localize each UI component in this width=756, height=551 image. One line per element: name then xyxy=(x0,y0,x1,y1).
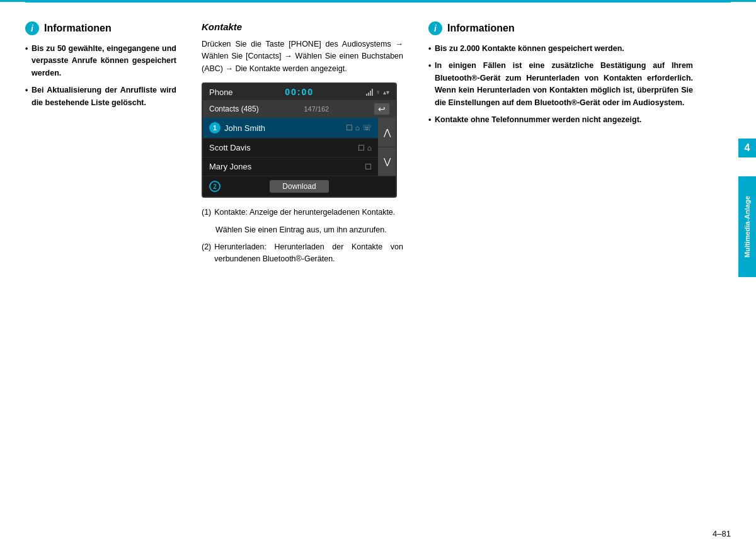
page-number: 4–81 xyxy=(713,529,731,538)
right-info-title: Informationen xyxy=(447,23,515,34)
right-bullet-2: In einigen Fällen ist eine zusätzliche B… xyxy=(428,60,693,109)
download-button[interactable]: Download xyxy=(270,180,328,193)
download-number-badge: 2 xyxy=(209,181,220,192)
contact-icons-mary: ☐ xyxy=(365,162,372,171)
contact-icons-scott: ☐ ⌂ xyxy=(358,144,372,152)
left-info-title: Informationen xyxy=(44,23,112,34)
contact-row-scott-davis[interactable]: Scott Davis ☐ ⌂ xyxy=(203,139,378,157)
numbered-list: (1) Kontakte: Anzeige der heruntergelade… xyxy=(202,207,403,266)
sub-item-1: Wählen Sie einen Eintrag aus, um ihn anz… xyxy=(215,224,403,236)
bluetooth-icon: ♀ xyxy=(375,88,381,96)
contact-icons-john: ☐ ⌂ ☏ xyxy=(346,123,372,132)
num-text-2: Herunterladen: Herunterladen der Kontakt… xyxy=(214,241,403,266)
contact-name-john: John Smith xyxy=(224,123,265,133)
numbered-item-1: (1) Kontakte: Anzeige der heruntergelade… xyxy=(202,207,403,219)
left-column: i Informationen Bis zu 50 gewählte, eing… xyxy=(25,21,189,271)
contact-badge-1: 1 xyxy=(209,122,220,133)
left-info-header: i Informationen xyxy=(25,21,176,35)
right-bullets-list: Bis zu 2.000 Kontakte können gespeichert… xyxy=(428,43,693,126)
phone-header: Phone 00:00 ♀ ▴▾ xyxy=(203,84,396,100)
contacts-bar: Contacts (485) 147/162 ↩ xyxy=(203,100,396,118)
phone-status-icons: ♀ ▴▾ xyxy=(366,88,389,96)
middle-column: Kontakte Drücken Sie die Taste [PHONE] d… xyxy=(189,21,416,271)
scroll-up-button[interactable]: ⋀ xyxy=(378,118,396,147)
contact-icon-home: ⌂ xyxy=(355,123,360,132)
phone-ui-mockup: Phone 00:00 ♀ ▴▾ Contacts (485) 147/162 xyxy=(202,82,397,198)
right-info-icon: i xyxy=(428,21,442,35)
contacts-list: 1 John Smith ☐ ⌂ ☏ Scott Davis xyxy=(203,118,378,176)
num-text-1: Kontakte: Anzeige der heruntergeladenen … xyxy=(214,207,395,219)
num-label-2: (2) xyxy=(202,241,211,266)
signal-bar-4 xyxy=(372,89,373,96)
section-description: Drücken Sie die Taste [PHONE] des Audios… xyxy=(202,38,403,75)
back-button[interactable]: ↩ xyxy=(374,103,389,115)
sidebar-tab: Multimedia-Anlage xyxy=(738,176,756,277)
left-bullet-1: Bis zu 50 gewählte, eingegangene und ver… xyxy=(25,43,176,79)
contacts-scroll-area: 1 John Smith ☐ ⌂ ☏ Scott Davis xyxy=(203,118,396,176)
contact-left-scott: Scott Davis xyxy=(209,143,251,152)
contacts-label: Contacts (485) xyxy=(209,105,259,113)
signal-bars-icon xyxy=(366,88,373,96)
contact-icon-mobile: ☐ xyxy=(358,144,365,152)
contact-left-john: 1 John Smith xyxy=(209,122,265,133)
right-bullet-3: Kontakte ohne Telefonnummer werden nicht… xyxy=(428,114,693,126)
download-bar: 2 Download xyxy=(203,176,396,196)
contact-icon-home2: ⌂ xyxy=(367,144,372,152)
network-icon: ▴▾ xyxy=(383,89,389,96)
contact-icon-box: ☐ xyxy=(365,162,372,171)
contact-left-mary: Mary Jones xyxy=(209,162,251,171)
contact-icon-phone: ☐ xyxy=(346,123,353,132)
contact-name-scott: Scott Davis xyxy=(209,143,251,152)
right-bullet-1: Bis zu 2.000 Kontakte können gespeichert… xyxy=(428,43,693,55)
scroll-buttons: ⋀ ⋁ xyxy=(378,118,396,176)
num-label-1: (1) xyxy=(202,207,211,219)
phone-time: 00:00 xyxy=(285,87,314,97)
chapter-number: 4 xyxy=(738,139,756,157)
contacts-count: 147/162 xyxy=(304,105,329,113)
left-info-icon: i xyxy=(25,21,39,35)
right-column: i Informationen Bis zu 2.000 Kontakte kö… xyxy=(416,21,693,271)
signal-bar-1 xyxy=(366,94,367,96)
scroll-down-button[interactable]: ⋁ xyxy=(378,147,396,177)
signal-bar-3 xyxy=(370,91,371,96)
signal-bar-2 xyxy=(368,93,369,96)
contact-row-mary-jones[interactable]: Mary Jones ☐ xyxy=(203,157,378,176)
contact-icon-call: ☏ xyxy=(362,123,372,132)
contact-row-john-smith[interactable]: 1 John Smith ☐ ⌂ ☏ xyxy=(203,118,378,139)
left-bullets-list: Bis zu 50 gewählte, eingegangene und ver… xyxy=(25,43,176,109)
left-bullet-2: Bei Aktualisierung der Anrufliste wird d… xyxy=(25,84,176,109)
phone-label: Phone xyxy=(209,88,233,97)
contact-name-mary: Mary Jones xyxy=(209,162,251,171)
right-info-header: i Informationen xyxy=(428,21,693,35)
numbered-item-2: (2) Herunterladen: Herunterladen der Kon… xyxy=(202,241,403,266)
section-title: Kontakte xyxy=(202,21,403,32)
